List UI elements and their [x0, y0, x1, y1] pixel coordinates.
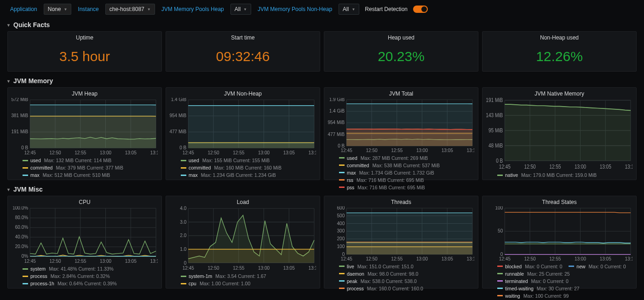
panel-load[interactable]: Load01.02.03.04.012:4512:5012:5513:0013:… [166, 196, 320, 289]
legend-stats: Max: 155 MiB Current: 155 MiB [202, 158, 270, 163]
chevron-down-icon: ▼ [351, 7, 355, 11]
svg-text:381 MiB: 381 MiB [11, 113, 28, 118]
legend-swatch [497, 175, 503, 176]
panel-jvm_total[interactable]: JVM Total0 B477 MiB954 MiB1.4 GiB1.9 GiB… [324, 87, 478, 180]
panel-title: JVM Total [324, 88, 478, 98]
legend-item[interactable]: cpu Max: 1.00 Current: 1.00 [181, 281, 250, 286]
legend-name: terminated [505, 278, 528, 284]
instance-label[interactable]: Instance [75, 4, 101, 14]
legend-item[interactable]: max Max: 512 MiB Current: 510 MiB [23, 172, 110, 178]
jvm-misc-row: CPU0%20.0%40.0%60.0%80.0%100.0%12:4512:5… [0, 194, 644, 291]
legend: system Max: 41.48% Current: 11.33%proces… [10, 264, 158, 287]
legend-item[interactable]: peak Max: 538.0 Current: 538.0 [339, 278, 417, 284]
panel-title: Start time [166, 32, 320, 42]
svg-text:12:50: 12:50 [207, 150, 219, 155]
panel-cpu[interactable]: CPU0%20.0%40.0%60.0%80.0%100.0%12:4512:5… [7, 196, 162, 289]
svg-text:12:55: 12:55 [233, 265, 244, 271]
panel-heap-used[interactable]: Heap used 20.23% [324, 31, 478, 72]
legend-item[interactable]: pss Max: 716 MiB Current: 695 MiB [339, 185, 425, 190]
restart-detection-toggle[interactable] [413, 6, 428, 13]
legend-item[interactable]: committed Max: 160 MiB Current: 160 MiB [181, 165, 282, 170]
stat-value: 12.26% [536, 49, 583, 64]
panel-jvm_heap[interactable]: JVM Heap0 B191 MiB381 MiB572 MiB12:4512:… [7, 87, 162, 180]
application-label[interactable]: Application [7, 4, 40, 14]
panel-jvm_native[interactable]: JVM Native Memory0 B48 MiB95 MiB143 MiB1… [482, 87, 637, 180]
panel-title: Heap used [324, 32, 478, 42]
section-jvm-misc[interactable]: ▾ JVM Misc [0, 183, 644, 194]
legend-swatch [497, 295, 503, 296]
instance-select[interactable]: che-host:8087 ▼ [105, 4, 155, 15]
pools-heap-label[interactable]: JVM Memory Pools Heap [159, 4, 227, 14]
svg-text:191 MiB: 191 MiB [11, 129, 28, 134]
svg-text:12:55: 12:55 [391, 256, 403, 261]
legend-item[interactable]: process Max: 160.0 Current: 160.0 [339, 286, 423, 291]
legend-item[interactable]: timed-waiting Max: 30 Current: 27 [497, 286, 580, 291]
legend-stats: Max: 379 MiB Current: 377 MiB [56, 165, 123, 170]
legend-item[interactable]: process-1h Max: 0.64% Current: 0.39% [23, 281, 117, 286]
legend-swatch [23, 268, 28, 270]
panel-thread_states[interactable]: Thread States05010012:4512:5012:5513:001… [482, 196, 637, 289]
legend-item[interactable]: system Max: 41.48% Current: 11.33% [23, 266, 114, 272]
legend-name: system [30, 266, 46, 272]
legend-item[interactable]: committed Max: 538 MiB Current: 537 MiB [339, 163, 440, 168]
panel-nonheap-used[interactable]: Non-Heap used 12.26% [482, 31, 637, 72]
legend-item[interactable]: waiting Max: 100 Current: 99 [497, 293, 569, 299]
legend-item[interactable]: native Max: 179.0 MiB Current: 159.0 MiB [497, 172, 597, 178]
legend-stats: Max: 0 Current: 0 [531, 278, 569, 284]
panel-start-time[interactable]: Start time 09:32:46 [166, 31, 320, 72]
panel-title: JVM Native Memory [483, 88, 636, 98]
legend-item[interactable]: used Max: 132 MiB Current: 114 MiB [23, 158, 111, 163]
section-quick-facts[interactable]: ▾ Quick Facts [0, 18, 644, 29]
legend-item[interactable]: terminated Max: 0 Current: 0 [497, 278, 569, 284]
section-title: JVM Misc [13, 186, 43, 193]
legend-item[interactable]: committed Max: 379 MiB Current: 377 MiB [23, 165, 123, 170]
legend-item[interactable]: max Max: 1.734 GiB Current: 1.732 GiB [339, 170, 434, 175]
section-jvm-memory[interactable]: ▾ JVM Memory [0, 74, 644, 85]
chevron-down-icon: ▼ [63, 7, 67, 11]
legend-name: rss [347, 177, 353, 183]
panel-uptime[interactable]: Uptime 3.5 hour [7, 31, 162, 72]
legend-item[interactable]: process Max: 2.84% Current: 0.32% [23, 273, 110, 279]
panel-jvm_nonheap[interactable]: JVM Non-Heap0 B477 MiB954 MiB1.4 GiB12:4… [166, 87, 320, 180]
legend-item[interactable]: used Max: 287 MiB Current: 269 MiB [339, 155, 428, 161]
svg-text:12:50: 12:50 [49, 150, 61, 155]
legend-stats: Max: 0 Current: 0 [589, 264, 626, 269]
legend-swatch [497, 273, 503, 274]
pools-heap-select[interactable]: All ▼ [230, 4, 251, 15]
panel-threads[interactable]: Threads010020030040050060012:4512:5012:5… [324, 196, 478, 289]
svg-text:12:50: 12:50 [524, 163, 536, 170]
legend-swatch [339, 164, 345, 166]
svg-text:12:45: 12:45 [499, 163, 511, 170]
legend-stats: Max: 0.64% Current: 0.39% [58, 281, 117, 286]
legend-swatch [339, 172, 345, 173]
legend-swatch [23, 160, 28, 161]
application-select[interactable]: None ▼ [44, 4, 72, 15]
legend-item[interactable]: max Max: 1.234 GiB Current: 1.234 GiB [181, 172, 276, 178]
legend-item[interactable]: new Max: 0 Current: 0 [569, 264, 626, 269]
svg-text:13:00: 13:00 [416, 256, 428, 261]
legend-item[interactable]: daemon Max: 98.0 Current: 98.0 [339, 271, 418, 277]
svg-text:50: 50 [498, 228, 503, 233]
legend-name: process-1h [30, 281, 54, 286]
chevron-down-icon: ▼ [243, 7, 247, 11]
svg-text:100: 100 [337, 244, 345, 249]
svg-text:13:10: 13:10 [150, 150, 158, 155]
svg-text:572 MiB: 572 MiB [11, 98, 28, 102]
legend-item[interactable]: runnable Max: 25 Current: 25 [497, 271, 570, 277]
svg-text:13:05: 13:05 [442, 148, 454, 153]
legend-item[interactable]: used Max: 155 MiB Current: 155 MiB [181, 158, 270, 163]
legend-item[interactable]: rss Max: 716 MiB Current: 695 MiB [339, 177, 424, 183]
svg-text:500: 500 [337, 213, 345, 218]
svg-text:143 MiB: 143 MiB [486, 112, 503, 119]
svg-text:40.0%: 40.0% [15, 234, 28, 239]
pools-nonheap-label[interactable]: JVM Memory Pools Non-Heap [255, 4, 335, 14]
legend: blocked Max: 0 Current: 0new Max: 0 Curr… [484, 262, 632, 300]
svg-text:100.0%: 100.0% [12, 206, 28, 210]
legend-swatch [339, 288, 345, 289]
legend-item[interactable]: live Max: 151.0 Current: 151.0 [339, 264, 414, 269]
legend-item[interactable]: system-1m Max: 3.54 Current: 1.67 [181, 273, 266, 279]
svg-text:13:00: 13:00 [575, 163, 586, 170]
legend-item[interactable]: blocked Max: 0 Current: 0 [497, 264, 562, 269]
pools-nonheap-select[interactable]: All ▼ [339, 4, 359, 15]
panel-title: Load [166, 196, 320, 206]
